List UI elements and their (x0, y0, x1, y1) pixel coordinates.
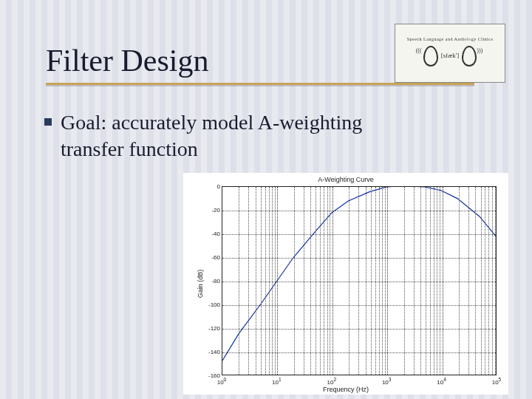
chart-gridline (248, 187, 249, 375)
chart-gridline (434, 187, 434, 375)
body-text: Goal: accurately model A-weighting trans… (61, 109, 502, 163)
chart-gridline (371, 187, 372, 375)
bullet-line2: transfer function (61, 136, 502, 163)
chart-gridline (265, 187, 266, 375)
chart-gridline (495, 187, 496, 375)
chart-gridline (437, 187, 437, 375)
chart-gridline (440, 187, 440, 375)
bullet-item: Goal: accurately model A-weighting (61, 109, 502, 136)
chart-gridline (382, 187, 383, 375)
chart-xlabel: Frequency (Hz) (323, 386, 369, 393)
chart-ytick: 0 (200, 183, 220, 190)
chart-ytick: -100 (200, 301, 220, 308)
chart-gridline (330, 187, 330, 375)
chart-gridline (239, 187, 239, 375)
chart-gridline (327, 187, 328, 375)
chart-gridline (426, 187, 426, 375)
chart-gridline (420, 187, 421, 375)
chart-gridline (275, 187, 276, 375)
chart-gridline (324, 187, 324, 375)
chart-xtick: 102 (327, 377, 336, 386)
chart-gridline (332, 187, 333, 375)
chart-ytick: -120 (200, 325, 220, 332)
logo-top-text: Speech Language and Audiology Clinics (407, 37, 493, 42)
chart-gridline (468, 187, 469, 375)
chart-ytick: -40 (200, 231, 220, 237)
chart-gridline (414, 187, 415, 375)
chart-xtick: 100 (217, 377, 227, 386)
chart-gridline (269, 187, 270, 375)
chart-ytick: -80 (200, 278, 220, 284)
slide: Speech Language and Audiology Clinics [s… (0, 0, 532, 399)
chart-ytick: -140 (200, 349, 220, 355)
page-title: Filter Design (46, 43, 474, 78)
chart-gridline (358, 187, 359, 375)
chart-gridline (404, 187, 405, 375)
chart-ytick: -60 (200, 254, 220, 261)
chart-gridline (304, 187, 304, 375)
chart-plot-area (222, 186, 497, 375)
chart-gridline (430, 187, 431, 375)
chart-gridline (310, 187, 311, 375)
chart-gridline (387, 187, 388, 375)
chart-ytick: -20 (200, 207, 220, 214)
chart-gridline (481, 187, 482, 375)
chart-gridline (379, 187, 380, 375)
chart-gridline (277, 187, 278, 375)
chart-xtick: 105 (492, 377, 502, 386)
chart-gridline (385, 187, 386, 375)
chart-xtick: 103 (382, 377, 392, 386)
chart-gridline (261, 187, 262, 375)
chart-gridline (320, 187, 321, 375)
chart-gridline (375, 187, 376, 375)
chart-gridline (443, 187, 443, 375)
chart-gridline (349, 187, 349, 375)
chart-xtick: 101 (272, 377, 282, 386)
bullet-line1: Goal: accurately model A-weighting (61, 111, 362, 134)
chart-gridline (459, 187, 460, 375)
a-weighting-chart: A-Weighting Curve Gain (dB) Frequency (H… (183, 173, 508, 395)
title-block: Filter Design (46, 43, 474, 85)
bullet-icon (44, 118, 52, 126)
chart-gridline (256, 187, 256, 375)
chart-gridline (366, 187, 366, 375)
chart-gridline (475, 187, 476, 375)
chart-title: A-Weighting Curve (183, 173, 508, 183)
chart-gridline (272, 187, 273, 375)
chart-gridline (316, 187, 316, 375)
chart-gridline (485, 187, 485, 375)
chart-gridline (492, 187, 493, 375)
chart-gridline (294, 187, 295, 375)
title-underline (46, 83, 474, 85)
chart-gridline (488, 187, 489, 375)
chart-xtick: 104 (437, 377, 446, 386)
